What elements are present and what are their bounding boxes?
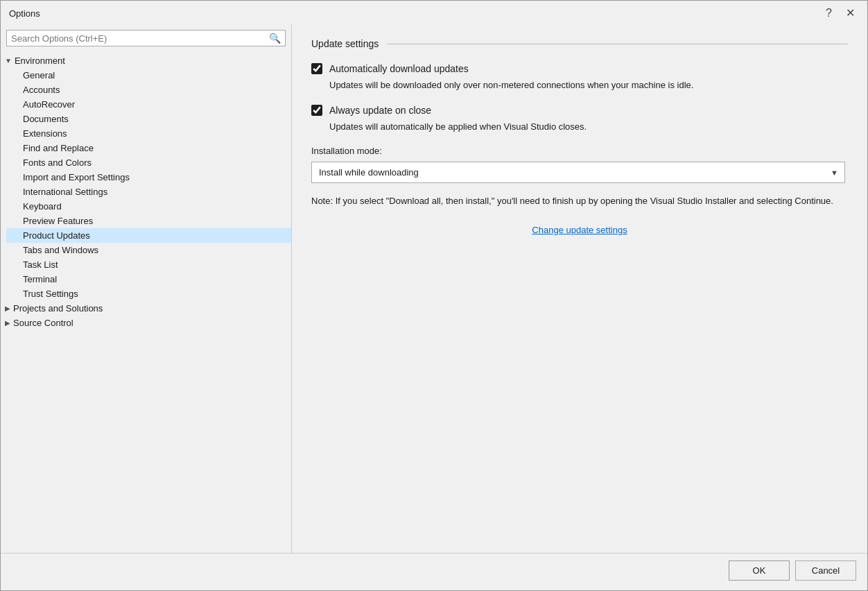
search-icon: 🔍	[269, 33, 281, 44]
help-button[interactable]: ?	[822, 6, 836, 20]
search-box[interactable]: 🔍	[6, 30, 286, 46]
dialog-body: 🔍 ▼ Environment General Accounts AutoRec…	[1, 24, 867, 553]
search-input[interactable]	[11, 33, 269, 44]
source-control-label: Source Control	[13, 318, 73, 328]
tree-item-extensions[interactable]: Extensions	[6, 126, 291, 141]
environment-children: General Accounts AutoRecover Documents E…	[1, 68, 291, 301]
tree-item-import-export[interactable]: Import and Export Settings	[6, 170, 291, 185]
chevron-right-icon2: ▶	[5, 319, 10, 327]
tree-item-product-updates[interactable]: Product Updates	[6, 228, 291, 243]
content-area: Update settings Automatically download u…	[292, 24, 867, 553]
update-on-close-label[interactable]: Always update on close	[329, 105, 431, 116]
cancel-button[interactable]: Cancel	[795, 560, 856, 581]
dialog-title: Options	[9, 8, 40, 19]
tree-group-projects[interactable]: ▶ Projects and Solutions	[1, 301, 291, 316]
change-update-settings-link[interactable]: Change update settings	[311, 225, 848, 235]
checkbox-auto-download-row: Automatically download updates	[311, 63, 848, 74]
tree-item-preview-features[interactable]: Preview Features	[6, 214, 291, 228]
tree-group-environment[interactable]: ▼ Environment	[1, 53, 291, 68]
installation-mode-select[interactable]: Install while downloading Download all, …	[311, 162, 845, 183]
chevron-down-icon: ▼	[5, 57, 12, 65]
update-on-close-desc: Updates will automatically be applied wh…	[329, 120, 828, 134]
tree-item-accounts[interactable]: Accounts	[6, 83, 291, 97]
tree-item-find-replace[interactable]: Find and Replace	[6, 141, 291, 155]
auto-download-label[interactable]: Automatically download updates	[329, 63, 469, 74]
installation-mode-dropdown-wrapper: Install while downloading Download all, …	[311, 162, 845, 183]
installation-mode-label: Installation mode:	[311, 146, 848, 156]
tree-item-international[interactable]: International Settings	[6, 185, 291, 199]
tree-item-task-list[interactable]: Task List	[6, 257, 291, 272]
tree-item-documents[interactable]: Documents	[6, 112, 291, 126]
chevron-right-icon: ▶	[5, 305, 10, 312]
auto-download-checkbox[interactable]	[311, 63, 322, 74]
environment-label: Environment	[15, 55, 65, 66]
options-dialog: Options ? ✕ 🔍 ▼ Environment General	[0, 0, 868, 591]
tree-item-keyboard[interactable]: Keyboard	[6, 199, 291, 214]
dialog-footer: OK Cancel	[1, 553, 867, 590]
update-on-close-checkbox[interactable]	[311, 105, 322, 116]
tree-item-general[interactable]: General	[6, 68, 291, 83]
title-bar: Options ? ✕	[1, 1, 867, 24]
tree-group-source-control[interactable]: ▶ Source Control	[1, 316, 291, 330]
tree-item-tabs-windows[interactable]: Tabs and Windows	[6, 243, 291, 257]
tree-item-terminal[interactable]: Terminal	[6, 272, 291, 286]
tree-item-trust-settings[interactable]: Trust Settings	[6, 286, 291, 301]
ok-button[interactable]: OK	[729, 560, 790, 581]
checkbox-update-on-close-row: Always update on close	[311, 105, 848, 116]
section-divider	[387, 44, 848, 44]
auto-download-desc: Updates will be downloaded only over non…	[329, 78, 828, 92]
title-bar-controls: ? ✕	[822, 6, 859, 20]
section-header: Update settings	[311, 38, 848, 49]
note-text: Note: If you select "Download all, then …	[311, 194, 848, 208]
tree-item-autorecover[interactable]: AutoRecover	[6, 97, 291, 112]
section-title: Update settings	[311, 38, 379, 49]
options-tree: ▼ Environment General Accounts AutoRecov…	[1, 51, 291, 553]
projects-label: Projects and Solutions	[13, 303, 103, 314]
tree-item-fonts-colors[interactable]: Fonts and Colors	[6, 155, 291, 170]
close-button[interactable]: ✕	[842, 6, 859, 20]
sidebar: 🔍 ▼ Environment General Accounts AutoRec…	[1, 24, 292, 553]
